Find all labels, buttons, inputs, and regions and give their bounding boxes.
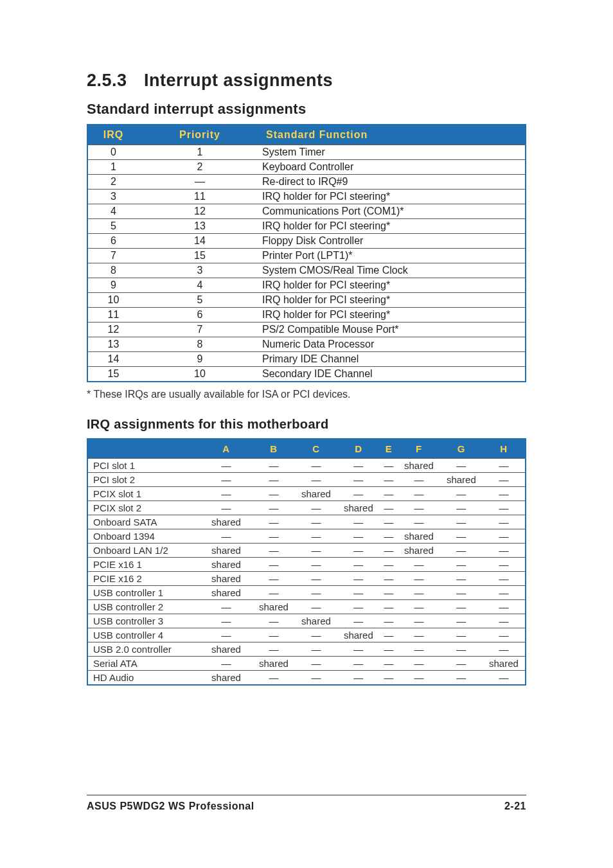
cell-value: — <box>483 614 526 628</box>
cell-value: — <box>398 572 440 586</box>
cell-value: — <box>483 501 526 515</box>
cell-value: — <box>253 614 295 628</box>
table-row: 01System Timer <box>87 145 526 160</box>
cell-value: — <box>295 529 337 544</box>
cell-value: — <box>440 628 483 642</box>
cell-priority: — <box>139 175 261 190</box>
table-row: USB controller 1shared——————— <box>87 586 526 600</box>
cell-value: — <box>253 558 295 572</box>
cell-value: — <box>253 515 295 529</box>
col-d: D <box>337 439 380 459</box>
cell-value: — <box>380 671 398 686</box>
cell-function: Numeric Data Processor <box>261 337 526 352</box>
cell-irq: 13 <box>87 337 139 352</box>
cell-value: shared <box>337 501 380 515</box>
cell-value: — <box>295 473 337 487</box>
table-row: Onboard 1394—————shared—— <box>87 529 526 544</box>
cell-irq: 4 <box>87 204 139 219</box>
table-row: PCIX slot 1——shared————— <box>87 487 526 501</box>
cell-value: shared <box>440 473 483 487</box>
cell-function: System Timer <box>261 145 526 160</box>
cell-value: — <box>337 614 380 628</box>
cell-value: — <box>380 628 398 642</box>
cell-value: — <box>337 529 380 544</box>
cell-value: — <box>483 558 526 572</box>
cell-device: USB controller 2 <box>87 600 200 614</box>
cell-value: — <box>295 600 337 614</box>
cell-value: — <box>337 459 380 473</box>
cell-irq: 12 <box>87 323 139 337</box>
cell-value: — <box>253 628 295 642</box>
cell-priority: 8 <box>139 337 261 352</box>
col-priority: Priority <box>139 125 261 145</box>
footer-right: 2-21 <box>504 801 526 812</box>
cell-device: Onboard LAN 1/2 <box>87 544 200 558</box>
table-row: 83System CMOS/Real Time Clock <box>87 263 526 278</box>
cell-value: — <box>200 657 253 671</box>
table-row: 116IRQ holder for PCI steering* <box>87 308 526 323</box>
cell-value: — <box>380 657 398 671</box>
footer-left: ASUS P5WDG2 WS Professional <box>87 801 254 812</box>
cell-value: shared <box>253 600 295 614</box>
table-row: 311IRQ holder for PCI steering* <box>87 190 526 204</box>
cell-value: — <box>337 586 380 600</box>
col-empty <box>87 439 200 459</box>
cell-value: — <box>253 586 295 600</box>
cell-value: — <box>440 586 483 600</box>
cell-device: PCI slot 2 <box>87 473 200 487</box>
cell-function: Primary IDE Channel <box>261 352 526 367</box>
cell-value: shared <box>398 544 440 558</box>
cell-priority: 11 <box>139 190 261 204</box>
cell-value: — <box>253 473 295 487</box>
cell-value: — <box>440 572 483 586</box>
table-row: 715Printer Port (LPT1)* <box>87 249 526 263</box>
table-row: Onboard LAN 1/2shared————shared—— <box>87 544 526 558</box>
table-row: PCIX slot 2———shared———— <box>87 501 526 515</box>
cell-value: — <box>380 586 398 600</box>
cell-value: — <box>398 473 440 487</box>
cell-value: — <box>253 529 295 544</box>
cell-value: — <box>440 614 483 628</box>
cell-value: — <box>440 501 483 515</box>
cell-value: — <box>200 600 253 614</box>
cell-function: IRQ holder for PCI steering* <box>261 278 526 293</box>
table-row: 105IRQ holder for PCI steering* <box>87 293 526 308</box>
cell-device: Onboard 1394 <box>87 529 200 544</box>
cell-value: — <box>200 614 253 628</box>
cell-value: — <box>295 515 337 529</box>
cell-value: — <box>483 473 526 487</box>
cell-device: USB controller 3 <box>87 614 200 628</box>
table-row: 94IRQ holder for PCI steering* <box>87 278 526 293</box>
cell-value: — <box>440 657 483 671</box>
cell-device: HD Audio <box>87 671 200 686</box>
cell-irq: 5 <box>87 219 139 234</box>
cell-value: — <box>483 600 526 614</box>
cell-value: — <box>380 459 398 473</box>
cell-value: — <box>295 572 337 586</box>
cell-value: — <box>440 671 483 686</box>
cell-value: — <box>295 501 337 515</box>
cell-priority: 6 <box>139 308 261 323</box>
heading-number: 2.5.3 <box>87 71 127 90</box>
cell-value: — <box>440 642 483 657</box>
cell-function: IRQ holder for PCI steering* <box>261 190 526 204</box>
table-row: 412Communications Port (COM1)* <box>87 204 526 219</box>
cell-value: — <box>380 473 398 487</box>
cell-value: — <box>380 558 398 572</box>
cell-value: — <box>253 671 295 686</box>
cell-value: — <box>398 614 440 628</box>
cell-value: shared <box>295 487 337 501</box>
cell-device: PCIE x16 2 <box>87 572 200 586</box>
table-row: 12Keyboard Controller <box>87 160 526 175</box>
cell-value: — <box>398 671 440 686</box>
cell-priority: 2 <box>139 160 261 175</box>
cell-function: IRQ holder for PCI steering* <box>261 293 526 308</box>
cell-value: — <box>380 614 398 628</box>
table-row: Serial ATA—shared—————shared <box>87 657 526 671</box>
cell-value: — <box>483 642 526 657</box>
cell-value: shared <box>295 614 337 628</box>
cell-value: — <box>337 600 380 614</box>
table-row: USB controller 4———shared———— <box>87 628 526 642</box>
cell-value: — <box>295 642 337 657</box>
col-b: B <box>253 439 295 459</box>
